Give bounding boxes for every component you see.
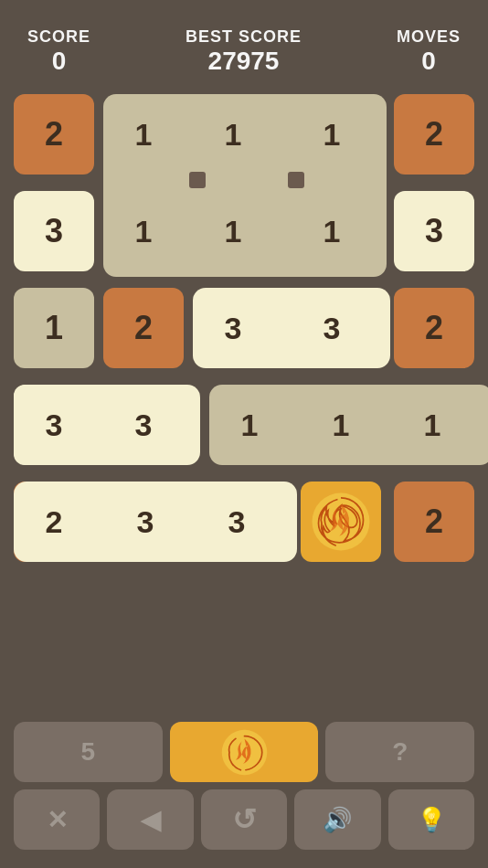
- restart-button[interactable]: ↺: [201, 789, 287, 850]
- grid-cell-2-3[interactable]: 3: [292, 288, 372, 368]
- side-tile-right-4[interactable]: 2: [394, 482, 474, 562]
- grid-cell-1-2[interactable]: 1: [292, 191, 372, 271]
- grid-cell-1-1[interactable]: 1: [193, 191, 273, 271]
- side-tile-right-2[interactable]: 2: [394, 288, 474, 368]
- best-score-value: 27975: [208, 47, 280, 76]
- grid-cell-3-3[interactable]: 1: [301, 385, 381, 465]
- grid-cell-0-0[interactable]: 1: [103, 94, 184, 175]
- grid-cell-3-4[interactable]: 1: [392, 385, 472, 465]
- grid-cell-3-2[interactable]: 1: [209, 385, 290, 465]
- help-label: ?: [392, 737, 408, 767]
- sound-button[interactable]: 🔊: [294, 789, 380, 850]
- side-tile-right-0[interactable]: 2: [394, 94, 474, 175]
- number-5-button[interactable]: 5: [14, 722, 163, 782]
- controls-row-1: 5 ?: [14, 722, 474, 782]
- help-button[interactable]: ?: [325, 722, 474, 782]
- small-sq-2: [288, 172, 304, 188]
- best-score-label: BEST SCORE: [186, 27, 302, 47]
- restart-icon: ↺: [232, 802, 257, 837]
- moves-value: 0: [421, 47, 436, 76]
- grid-cell-2-1[interactable]: 2: [103, 288, 184, 368]
- grid-cell-4-0[interactable]: 2: [14, 482, 94, 562]
- grid-cell-4-1[interactable]: 3: [105, 482, 186, 562]
- fire-button-icon: [219, 727, 270, 778]
- controls: 5 ? ✕ ◀ ↺ 🔊 💡: [0, 722, 488, 868]
- back-icon: ◀: [141, 805, 161, 835]
- sound-icon: 🔊: [323, 806, 352, 834]
- moves-label: MOVES: [397, 27, 461, 47]
- grid-cell-3-1[interactable]: 3: [103, 385, 184, 465]
- side-tile-right-1[interactable]: 3: [394, 191, 474, 271]
- score-value: 0: [52, 47, 67, 76]
- side-tile-left-1[interactable]: 3: [14, 191, 94, 271]
- lightbulb-icon: 💡: [417, 806, 446, 834]
- fire-spiral-icon: [309, 490, 373, 554]
- moves-block: MOVES 0: [397, 27, 461, 76]
- close-icon: ✕: [47, 805, 68, 835]
- score-label: SCORE: [27, 27, 90, 47]
- best-score-block: BEST SCORE 27975: [186, 27, 302, 76]
- grid-cell-3-0[interactable]: 3: [14, 385, 94, 465]
- number-5-label: 5: [81, 737, 96, 767]
- grid-cell-1-0[interactable]: 1: [103, 191, 184, 271]
- grid-cell-2-2[interactable]: 3: [193, 288, 273, 368]
- grid-cell-0-2[interactable]: 1: [292, 94, 372, 175]
- fire-button[interactable]: [170, 722, 319, 782]
- game-area: 2 3 1 3 2 2 3 2 1 2 1 1 1 1 1 1 2 3 3 3 …: [14, 94, 474, 661]
- controls-row-2: ✕ ◀ ↺ 🔊 💡: [14, 789, 474, 850]
- close-button[interactable]: ✕: [14, 789, 100, 850]
- lightbulb-button[interactable]: 💡: [388, 789, 474, 850]
- small-sq-1: [189, 172, 206, 188]
- score-block: SCORE 0: [27, 27, 90, 76]
- header: SCORE 0 BEST SCORE 27975 MOVES 0: [0, 0, 488, 85]
- grid-cell-0-1[interactable]: 1: [193, 94, 273, 175]
- fire-tile-grid[interactable]: [301, 482, 381, 562]
- grid-cell-4-2[interactable]: 3: [196, 482, 277, 562]
- side-tile-left-0[interactable]: 2: [14, 94, 94, 175]
- back-button[interactable]: ◀: [107, 789, 193, 850]
- side-tile-left-2[interactable]: 1: [14, 288, 94, 368]
